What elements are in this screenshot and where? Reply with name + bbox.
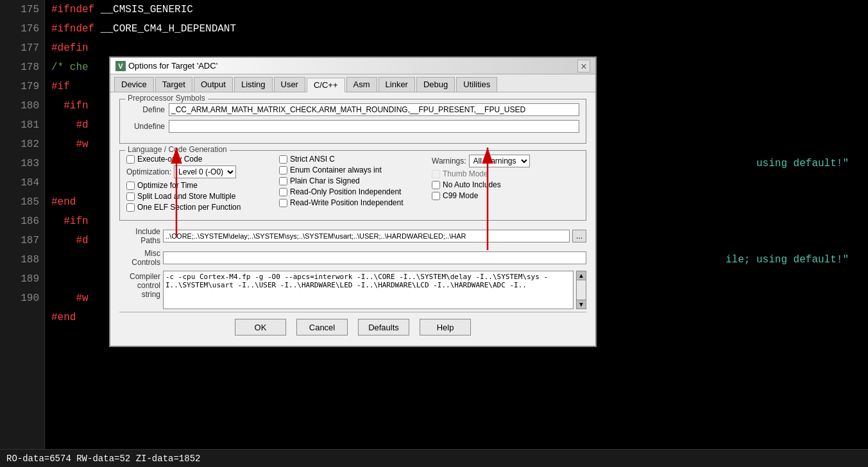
dialog-buttons: OK Cancel Defaults Help <box>119 312 586 339</box>
compiler-control-input[interactable]: -c -cpu Cortex-M4.fp -g -O0 --apcs=inter… <box>163 271 574 309</box>
misc-controls-row: MiscControls <box>119 249 586 267</box>
thumb-mode-checkbox <box>432 170 440 178</box>
compiler-control-label: Compilercontrolstring <box>119 271 160 309</box>
define-row: Define <box>126 103 579 116</box>
enum-container-checkbox[interactable] <box>279 166 287 174</box>
help-button[interactable]: Help <box>420 319 471 335</box>
tab-device[interactable]: Device <box>114 77 154 92</box>
read-only-pi-checkbox[interactable] <box>279 188 287 196</box>
warnings-row: Warnings: All Warnings No Warnings <box>432 155 579 167</box>
status-bar: RO-data=6574 RW-data=52 ZI-data=1852 <box>0 449 868 467</box>
undefine-input[interactable] <box>169 120 579 133</box>
read-write-pi-row: Read-Write Position Independent <box>279 198 427 207</box>
no-auto-includes-label: No Auto Includes <box>443 180 501 189</box>
split-load-label: Split Load and Store Multiple <box>137 192 235 201</box>
read-only-pi-label: Read-Only Position Independent <box>290 187 401 196</box>
options-dialog[interactable]: V Options for Target 'ADC' × Device Targ… <box>109 56 597 347</box>
undefine-label: Undefine <box>126 122 165 131</box>
ok-button[interactable]: OK <box>235 319 286 335</box>
tab-user[interactable]: User <box>274 77 305 92</box>
split-load-row: Split Load and Store Multiple <box>126 192 274 201</box>
preprocessor-group-title: Preprocessor Symbols <box>125 94 208 103</box>
compiler-control-row: Compilercontrolstring -c -cpu Cortex-M4.… <box>119 271 586 309</box>
browse-include-button[interactable]: ... <box>572 230 586 242</box>
include-paths-input[interactable] <box>163 230 570 242</box>
undefine-row: Undefine <box>126 120 579 133</box>
execute-only-label: Execute-only Code <box>137 155 202 164</box>
misc-controls-label: MiscControls <box>119 249 160 267</box>
c99-mode-label: C99 Mode <box>443 191 478 200</box>
language-group-title: Language / Code Generation <box>125 145 230 154</box>
language-mid-col: Strict ANSI C Enum Container always int … <box>279 155 427 214</box>
tab-listing[interactable]: Listing <box>234 77 273 92</box>
split-load-checkbox[interactable] <box>126 192 135 201</box>
one-elf-row: One ELF Section per Function <box>126 203 274 212</box>
thumb-mode-label: Thumb Mode <box>443 169 488 178</box>
read-write-pi-checkbox[interactable] <box>279 199 287 207</box>
preprocessor-group: Preprocessor Symbols Define Undefine <box>119 99 586 144</box>
enum-container-label: Enum Container always int <box>290 166 382 174</box>
one-elf-label: One ELF Section per Function <box>137 203 241 212</box>
language-right-col: Warnings: All Warnings No Warnings Thumb… <box>432 155 579 214</box>
no-auto-includes-row: No Auto Includes <box>432 180 579 189</box>
optimize-time-checkbox[interactable] <box>126 182 135 190</box>
status-text: RO-data=6574 RW-data=52 ZI-data=1852 <box>6 454 200 464</box>
include-paths-label: IncludePaths <box>119 227 160 245</box>
dialog-titlebar: V Options for Target 'ADC' × <box>110 58 595 74</box>
strict-ansi-row: Strict ANSI C <box>279 155 427 164</box>
warnings-select[interactable]: All Warnings No Warnings <box>469 155 530 167</box>
c99-mode-checkbox[interactable] <box>432 192 440 200</box>
include-paths-row: IncludePaths ... <box>119 227 586 245</box>
tab-asm[interactable]: Asm <box>346 77 377 92</box>
plain-char-label: Plain Char is Signed <box>290 176 360 185</box>
dialog-app-icon: V <box>115 61 126 71</box>
plain-char-row: Plain Char is Signed <box>279 176 427 185</box>
cancel-button[interactable]: Cancel <box>296 319 348 335</box>
tab-debug[interactable]: Debug <box>416 77 455 92</box>
tab-cpp[interactable]: C/C++ <box>307 78 345 92</box>
dialog-body: Preprocessor Symbols Define Undefine Lan… <box>110 92 595 346</box>
line-numbers: 175 176 177 178 179 180 181 182 183 184 … <box>0 0 45 467</box>
define-label: Define <box>126 105 165 114</box>
close-button[interactable]: × <box>577 60 590 72</box>
execute-only-row: Execute-only Code <box>126 155 274 164</box>
define-input[interactable] <box>169 103 579 116</box>
plain-char-checkbox[interactable] <box>279 177 287 185</box>
tab-target[interactable]: Target <box>155 77 192 92</box>
strict-ansi-label: Strict ANSI C <box>290 155 335 164</box>
tab-output[interactable]: Output <box>194 77 233 92</box>
execute-only-checkbox[interactable] <box>126 155 135 164</box>
optimize-time-row: Optimize for Time <box>126 181 274 190</box>
warnings-label: Warnings: <box>432 157 466 166</box>
misc-controls-input[interactable] <box>163 251 586 264</box>
read-write-pi-label: Read-Write Position Independent <box>290 198 404 207</box>
no-auto-includes-checkbox[interactable] <box>432 181 440 189</box>
optimization-select[interactable]: Level 0 (-O0) Level 1 (-O1) Level 2 (-O2… <box>174 166 236 178</box>
read-only-pi-row: Read-Only Position Independent <box>279 187 427 196</box>
enum-container-row: Enum Container always int <box>279 166 427 174</box>
dialog-tabs: Device Target Output Listing User C/C++ … <box>110 74 595 92</box>
one-elf-checkbox[interactable] <box>126 203 135 212</box>
language-group: Language / Code Generation Execute-only … <box>119 150 586 221</box>
c99-mode-row: C99 Mode <box>432 191 579 200</box>
strict-ansi-checkbox[interactable] <box>279 155 287 164</box>
optimization-label: Optimization: <box>126 167 171 176</box>
tab-linker[interactable]: Linker <box>379 77 415 92</box>
language-left-col: Execute-only Code Optimization: Level 0 … <box>126 155 274 214</box>
optimization-row: Optimization: Level 0 (-O0) Level 1 (-O1… <box>126 166 274 178</box>
thumb-mode-row: Thumb Mode <box>432 169 579 178</box>
dialog-title: Options for Target 'ADC' <box>128 61 217 71</box>
tab-utilities[interactable]: Utilities <box>456 77 497 92</box>
defaults-button[interactable]: Defaults <box>358 319 409 335</box>
optimize-time-label: Optimize for Time <box>137 181 198 190</box>
